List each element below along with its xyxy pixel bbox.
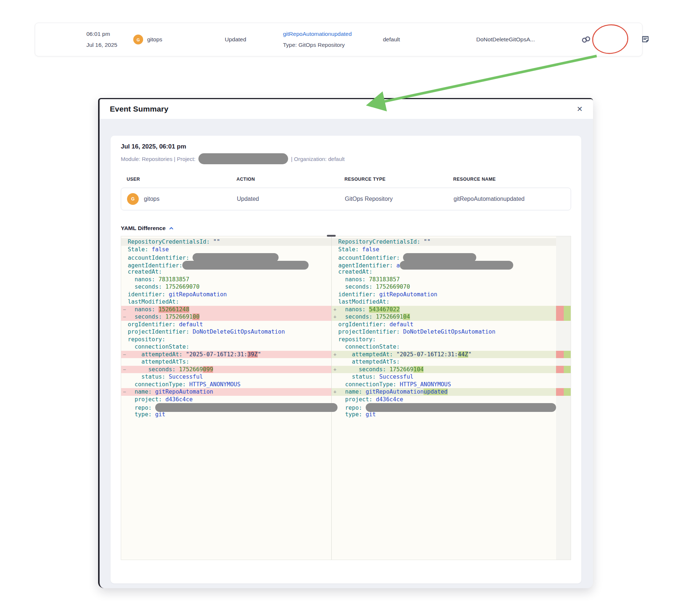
chain-link-icon[interactable] [581, 34, 592, 45]
diff-gutter [121, 291, 128, 298]
code-token: gitRepoAutomation [379, 291, 437, 298]
diff-code: connectionState: [128, 343, 189, 351]
code-token: Stale: [338, 246, 359, 253]
diff-line: seconds: 1752669070 [332, 283, 556, 291]
project-label: DoNotDeleteGitOpsA... [476, 36, 535, 43]
change-block-removed [556, 388, 564, 396]
avatar: G [127, 193, 139, 205]
code-token: name: [128, 388, 152, 395]
code-token: attemptedAtTs: [128, 358, 189, 365]
yaml-difference-label: YAML Difference [121, 225, 165, 232]
table-header: RESOURCE NAME [453, 177, 571, 182]
diff-line: project: d436c4ce [332, 396, 556, 403]
avatar: G [133, 35, 143, 45]
event-summary-modal: Event Summary ✕ Jul 16, 2025, 06:01 pm M… [98, 98, 593, 588]
code-token: RepositoryCredentialsId: [338, 238, 420, 245]
code-token: 099 [203, 366, 213, 373]
diff-line: − seconds: 1752669100 [121, 313, 331, 321]
change-block-added [564, 388, 571, 396]
code-token: Successful [169, 373, 203, 380]
code-token: type: [128, 411, 152, 418]
code-token [148, 246, 152, 253]
modal-header: Event Summary ✕ [100, 99, 593, 119]
diff-code: connectionType: HTTPS_ANONYMOUS [128, 381, 241, 388]
diff-code: name: gitRepoAutomationupdated [338, 388, 448, 396]
diff-line: Stale: false [121, 246, 331, 253]
code-token: connectionType: [128, 381, 186, 388]
code-token: status: [128, 373, 165, 380]
code-token: projectIdentifier: [338, 328, 400, 335]
diff-line: + seconds: 1752669104 [332, 366, 556, 373]
diff-divider[interactable] [331, 236, 332, 560]
diff-code: seconds: 1752669070 [128, 283, 200, 291]
diff-code: agentIdentifier: [128, 261, 309, 268]
diff-gutter: + [332, 306, 338, 313]
table-header: RESOURCE TYPE [344, 177, 453, 182]
diff-line: Stale: false [332, 246, 556, 253]
code-token: updated [424, 388, 447, 395]
diff-gutter [332, 291, 338, 298]
diff-line: agentIdentifier: a [332, 261, 556, 268]
diff-gutter [332, 298, 338, 306]
code-token [362, 388, 365, 395]
diff-gutter: − [121, 388, 128, 396]
diff-code: seconds: 1752669104 [338, 366, 424, 373]
event-note-icon[interactable] [640, 34, 651, 45]
diff-code: Stale: false [338, 246, 379, 253]
diff-gutter [121, 246, 128, 253]
code-token: connectionState: [338, 343, 400, 350]
diff-code: repository: [338, 336, 376, 343]
diff-line: repository: [121, 336, 331, 343]
code-token: name: [338, 388, 362, 395]
event-time: 06:01 pm Jul 16, 2025 [86, 29, 117, 50]
code-token [152, 388, 155, 395]
diff-gutter [332, 358, 338, 366]
code-token: createdAt: [128, 268, 162, 275]
code-token: seconds: [128, 366, 176, 373]
diff-code: RepositoryCredentialsId: "" [338, 238, 430, 246]
diff-minimap[interactable] [556, 236, 571, 560]
row-resource-name: gitRepoAutomationupdated [454, 196, 571, 202]
diff-gutter [332, 261, 338, 268]
code-token [372, 396, 376, 403]
diff-code: seconds: 1752669070 [338, 283, 410, 291]
change-block-removed [556, 306, 564, 321]
event-time-date: Jul 16, 2025 [86, 40, 117, 50]
code-token: git [155, 411, 165, 418]
code-token: 152661248 [159, 306, 189, 313]
diff-code: RepositoryCredentialsId: "" [128, 238, 220, 246]
code-token: git [366, 411, 376, 418]
code-token: attemptedAtTs: [338, 358, 400, 365]
code-token [176, 321, 179, 328]
diff-divider-handle[interactable] [327, 235, 336, 237]
code-token: 17526691 [376, 313, 403, 320]
code-token: type: [338, 411, 362, 418]
diff-code: connectionState: [338, 343, 400, 351]
diff-line: seconds: 1752669070 [121, 283, 331, 291]
code-token: seconds: [338, 313, 372, 320]
code-token [400, 255, 403, 261]
code-token: seconds: [128, 283, 162, 290]
diff-code: seconds: 1752669104 [338, 313, 410, 321]
code-token: project: [338, 396, 372, 403]
avatar-initial: G [131, 196, 134, 202]
close-icon[interactable]: ✕ [577, 105, 583, 113]
code-token [386, 366, 389, 373]
code-token: a [393, 262, 400, 269]
code-token [152, 411, 155, 418]
diff-gutter [121, 253, 128, 261]
code-token [393, 351, 396, 358]
diff-gutter [121, 328, 128, 336]
code-token: false [152, 246, 169, 253]
diff-line: status: Successful [332, 373, 556, 381]
green-arrow-annotation [370, 56, 597, 105]
redacted-project-pill [198, 153, 288, 164]
code-token: 104 [413, 366, 424, 373]
yaml-difference-toggle[interactable]: YAML Difference [121, 225, 571, 232]
redaction-blob [400, 261, 513, 270]
resource-link[interactable]: gitRepoAutomationupdated [283, 29, 352, 40]
diff-code: connectionType: HTTPS_ANONYMOUS [338, 381, 451, 388]
code-token [162, 283, 165, 290]
diff-code: createdAt: [128, 268, 162, 276]
code-token: "2025-07-16T12:31: [186, 351, 247, 358]
